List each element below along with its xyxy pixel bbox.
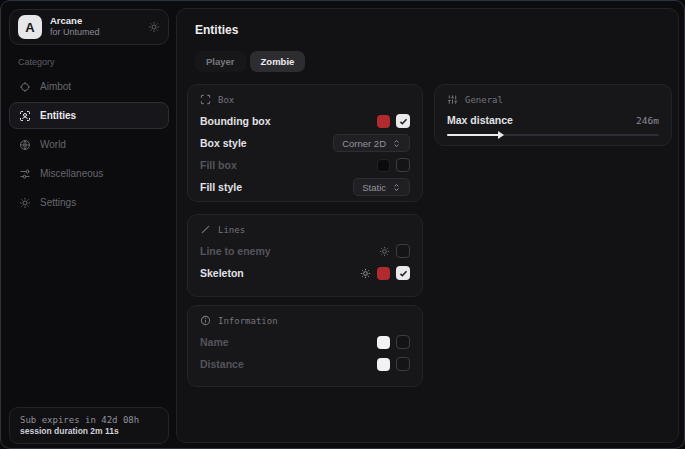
general-section-title: General (465, 95, 503, 105)
entities-icon (19, 110, 31, 122)
gear-icon[interactable] (379, 246, 390, 257)
name-row: Name (200, 331, 410, 353)
gear-icon[interactable] (148, 21, 160, 33)
bounding-box-row: Bounding box (200, 110, 410, 132)
box-style-dropdown[interactable]: Corner 2D (333, 134, 410, 152)
max-distance-slider[interactable] (447, 131, 659, 139)
fill-box-row: Fill box (200, 154, 410, 176)
name-label: Name (200, 336, 229, 348)
max-distance-row: Max distance 246m (447, 110, 659, 130)
sidebar-item-miscellaneous[interactable]: Miscellaneous (9, 160, 169, 187)
brand-logo: A (18, 15, 42, 39)
sidebar-item-label: Miscellaneous (40, 168, 103, 179)
fill-style-label: Fill style (200, 181, 242, 193)
sidebar-item-label: Aimbot (40, 81, 71, 92)
information-section-header: Information (200, 315, 410, 326)
line-to-enemy-row: Line to enemy (200, 240, 410, 262)
diagonal-line-icon (200, 224, 211, 235)
tab-zombie[interactable]: Zombie (250, 51, 306, 72)
box-style-value: Corner 2D (342, 138, 386, 149)
skeleton-label: Skeleton (200, 267, 244, 279)
distance-checkbox[interactable] (396, 357, 410, 371)
entity-tabs: Player Zombie (195, 51, 305, 72)
box-section: Box Bounding box Box style Corner 2D (187, 84, 423, 202)
brand-name: Arcane (50, 16, 140, 27)
max-distance-label: Max distance (447, 114, 513, 126)
main-panel: Entities Player Zombie Box Bounding box (176, 8, 679, 443)
lines-section-header: Lines (200, 224, 410, 235)
skeleton-checkbox[interactable] (396, 266, 410, 280)
subscription-card: Sub expires in 42d 08h session duration … (9, 407, 169, 444)
name-checkbox[interactable] (396, 335, 410, 349)
sliders-icon (447, 94, 458, 105)
crosshair-icon (19, 81, 31, 93)
miscellaneous-icon (19, 168, 31, 180)
brand-text: Arcane for Untumed (50, 16, 140, 37)
general-section: General Max distance 246m (434, 84, 672, 146)
fill-box-label: Fill box (200, 159, 237, 171)
category-label: Category (18, 57, 55, 67)
distance-row: Distance (200, 353, 410, 375)
skeleton-color-swatch[interactable] (377, 267, 390, 280)
sidebar-item-aimbot[interactable]: Aimbot (9, 73, 169, 100)
lines-section-title: Lines (218, 225, 245, 235)
fill-box-checkbox[interactable] (396, 158, 410, 172)
name-color-swatch[interactable] (377, 336, 390, 349)
box-style-row: Box style Corner 2D (200, 132, 410, 154)
sidebar-nav: Aimbot Entities World (9, 73, 169, 216)
bounding-box-label: Bounding box (200, 115, 271, 127)
max-distance-value: 246m (636, 115, 659, 126)
bounding-box-checkbox[interactable] (396, 114, 410, 128)
skeleton-row: Skeleton (200, 262, 410, 284)
information-section-title: Information (218, 316, 278, 326)
chevron-updown-icon (392, 139, 401, 148)
slider-fill (447, 134, 500, 136)
sidebar-item-label: Entities (40, 110, 76, 121)
distance-color-swatch[interactable] (377, 358, 390, 371)
box-style-label: Box style (200, 137, 247, 149)
fill-style-value: Static (362, 182, 386, 193)
bounding-box-color-swatch[interactable] (377, 115, 390, 128)
line-to-enemy-checkbox[interactable] (396, 244, 410, 258)
distance-label: Distance (200, 358, 244, 370)
gear-icon (19, 197, 31, 209)
tab-player[interactable]: Player (195, 51, 246, 72)
fill-style-row: Fill style Static (200, 176, 410, 198)
brand-card: A Arcane for Untumed (9, 9, 169, 45)
chevron-updown-icon (392, 183, 401, 192)
sidebar: A Arcane for Untumed Category Ai (1, 1, 176, 448)
session-duration: session duration 2m 11s (20, 426, 158, 436)
fill-box-color-swatch[interactable] (377, 159, 390, 172)
fill-style-dropdown[interactable]: Static (353, 178, 410, 196)
subscription-expiry: Sub expires in 42d 08h (20, 415, 158, 425)
box-corners-icon (200, 94, 211, 105)
line-to-enemy-label: Line to enemy (200, 245, 271, 257)
sidebar-item-world[interactable]: World (9, 131, 169, 158)
info-icon (200, 315, 211, 326)
slider-thumb[interactable] (498, 131, 504, 139)
app-window: A Arcane for Untumed Category Ai (0, 0, 685, 449)
brand-subtitle: for Untumed (50, 27, 140, 37)
box-section-header: Box (200, 94, 410, 105)
globe-icon (19, 139, 31, 151)
sidebar-item-entities[interactable]: Entities (9, 102, 169, 129)
box-section-title: Box (218, 95, 234, 105)
sidebar-item-label: Settings (40, 197, 76, 208)
page-title: Entities (195, 23, 238, 37)
sidebar-item-label: World (40, 139, 66, 150)
gear-icon[interactable] (360, 268, 371, 279)
sidebar-item-settings[interactable]: Settings (9, 189, 169, 216)
lines-section: Lines Line to enemy Skeleton (187, 214, 423, 297)
information-section: Information Name Distance (187, 305, 423, 387)
general-section-header: General (447, 94, 659, 105)
